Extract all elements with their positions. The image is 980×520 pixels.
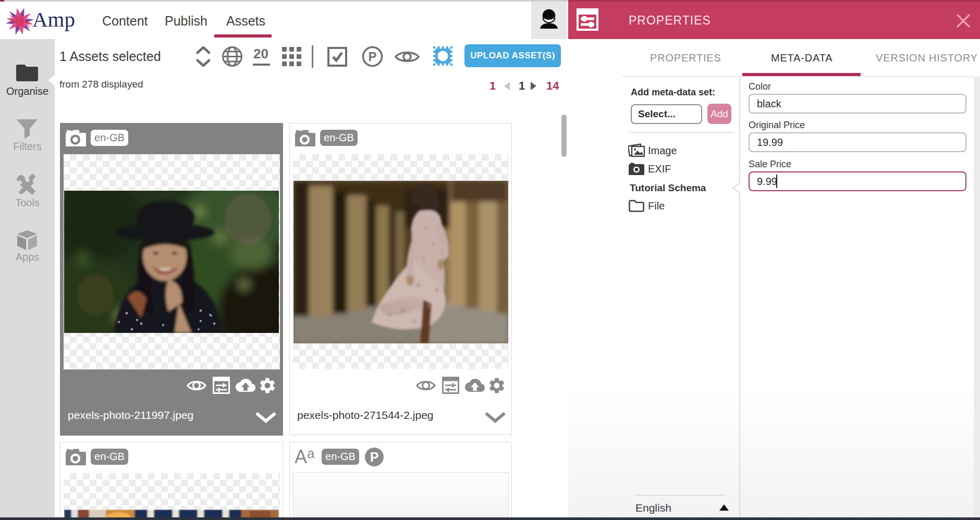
svg-text:P: P [368,49,376,64]
svg-text:P: P [370,450,379,464]
